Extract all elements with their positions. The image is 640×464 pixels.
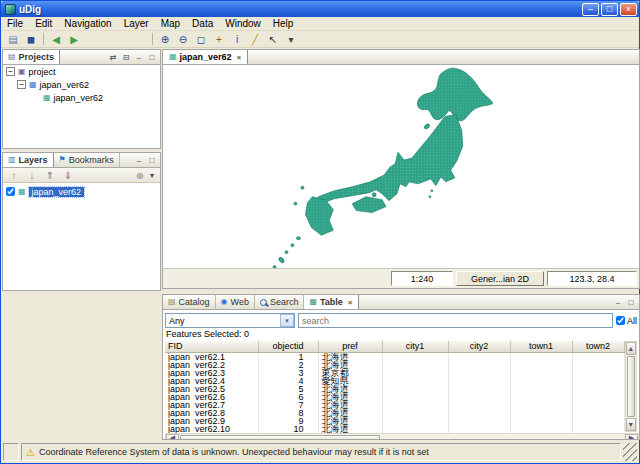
tab-table[interactable]: ▦ Table ×: [304, 295, 358, 309]
tree-item-layer[interactable]: ▦ japan_ver62: [3, 91, 160, 104]
menu-edit[interactable]: Edit: [29, 17, 58, 31]
table-row[interactable]: japan_ver62.33東京都: [165, 369, 624, 377]
projects-tab-label: Projects: [19, 52, 55, 62]
table-cell: [510, 393, 572, 401]
new-map-icon[interactable]: ▤: [4, 32, 22, 47]
features-selected-label: Features Selected: 0: [165, 329, 637, 340]
forward-icon[interactable]: ▶: [65, 32, 83, 47]
editor-tab-close-icon[interactable]: ×: [237, 53, 242, 62]
tree-item-label: japan_ver62: [40, 80, 90, 90]
info-tool-icon[interactable]: i: [228, 32, 246, 47]
zoom-in-icon[interactable]: ⊕: [156, 32, 174, 47]
select-tool-icon[interactable]: ↖: [264, 32, 282, 47]
layer-list-item[interactable]: ▦ japan_ver62: [3, 185, 160, 198]
move-layer-down-icon[interactable]: ↓: [23, 168, 41, 183]
maximize-view-icon[interactable]: □: [625, 297, 637, 308]
menu-window[interactable]: Window: [219, 17, 267, 31]
maximize-view-icon[interactable]: □: [146, 52, 158, 63]
table-row[interactable]: japan_ver62.88北海道: [165, 409, 624, 417]
nansei-island: [285, 251, 288, 254]
minimize-button[interactable]: –: [582, 3, 599, 16]
tab-web[interactable]: ◉ Web: [216, 295, 255, 309]
layer-front-icon[interactable]: ⇑: [41, 168, 59, 183]
minimize-view-icon[interactable]: –: [612, 297, 624, 308]
close-button[interactable]: ×: [620, 3, 637, 16]
back-icon[interactable]: ◀: [47, 32, 65, 47]
menu-map[interactable]: Map: [155, 17, 186, 31]
expander-icon[interactable]: −: [17, 80, 26, 89]
bookmarks-icon: ⚑: [59, 156, 66, 164]
tool-dropdown-icon[interactable]: ▾: [282, 32, 300, 47]
layer-back-icon[interactable]: ⇓: [59, 168, 77, 183]
minimize-view-icon[interactable]: –: [133, 155, 145, 166]
nansei-island: [296, 237, 300, 240]
scroll-up-icon[interactable]: ▲: [626, 342, 637, 355]
menu-file[interactable]: File: [1, 17, 29, 31]
table-row[interactable]: japan_ver62.55北海道: [165, 385, 624, 393]
scale-box[interactable]: 1:240: [391, 271, 453, 286]
scrollbar-thumb[interactable]: [180, 435, 380, 440]
column-header-city2[interactable]: city2: [448, 341, 510, 352]
tree-item-project[interactable]: − ▣ project: [3, 65, 160, 78]
tree-item-map[interactable]: − ▦ japan_ver62: [3, 78, 160, 91]
editor-tab-japan-ver62[interactable]: ▦ japan_ver62 ×: [163, 50, 248, 64]
title-bar[interactable]: uDig – □ ×: [1, 1, 639, 17]
map-canvas[interactable]: [163, 65, 639, 268]
scroll-right-icon[interactable]: ▶: [625, 434, 638, 440]
table-row[interactable]: japan_ver62.99北海道: [165, 417, 624, 425]
table-cell: japan_ver62.10: [165, 425, 258, 433]
menu-help[interactable]: Help: [267, 17, 300, 31]
tab-search[interactable]: Search: [255, 295, 305, 309]
table-row[interactable]: japan_ver62.22北海道: [165, 361, 624, 369]
table-row[interactable]: japan_ver62.44愛知県: [165, 377, 624, 385]
vertical-scrollbar[interactable]: ▲ ▼: [625, 341, 638, 432]
layer-visibility-checkbox[interactable]: [6, 187, 15, 196]
maximize-button[interactable]: □: [601, 3, 618, 16]
scroll-down-icon[interactable]: ▼: [626, 418, 637, 431]
table-tab-close-icon[interactable]: ×: [348, 298, 353, 307]
table-row[interactable]: japan_ver62.66北海道: [165, 393, 624, 401]
scroll-left-icon[interactable]: ◀: [166, 434, 179, 440]
column-header-pref[interactable]: pref: [318, 341, 382, 352]
column-header-objectid[interactable]: objectid: [258, 341, 318, 352]
column-header-town1[interactable]: town1: [510, 341, 572, 352]
search-input[interactable]: [298, 313, 613, 328]
zoom-extent-icon[interactable]: ◻: [192, 32, 210, 47]
tab-layers[interactable]: ▥ Layers: [3, 153, 54, 167]
collapse-all-icon[interactable]: ⊟: [120, 52, 132, 63]
honshu-shape: [316, 115, 462, 204]
crs-button[interactable]: Gener...ian 2D: [456, 271, 544, 286]
measure-tool-icon[interactable]: ╱: [246, 32, 264, 47]
all-checkbox[interactable]: [616, 316, 625, 325]
menu-data[interactable]: Data: [186, 17, 219, 31]
tab-projects[interactable]: ▤ Projects: [3, 50, 60, 64]
pan-tool-icon[interactable]: +: [210, 32, 228, 47]
horizontal-scrollbar[interactable]: ◀ ▶: [165, 433, 639, 440]
scrollbar-thumb[interactable]: [627, 356, 636, 417]
chevron-down-icon[interactable]: ▼: [280, 314, 294, 327]
minimize-view-icon[interactable]: –: [133, 52, 145, 63]
table-view-content: Any ▼ All Features Selected: 0 FIDobject…: [163, 310, 639, 439]
save-icon[interactable]: ◼: [22, 32, 40, 47]
attribute-dropdown[interactable]: Any ▼: [165, 313, 295, 328]
zoom-to-layer-icon[interactable]: ◎: [134, 170, 146, 181]
table-row[interactable]: japan_ver62.1010北海道: [165, 425, 624, 433]
move-layer-up-icon[interactable]: ↑: [5, 168, 23, 183]
menu-navigation[interactable]: Navigation: [58, 17, 117, 31]
table-cell: [572, 369, 624, 377]
column-header-FID[interactable]: FID: [165, 341, 258, 352]
view-menu-icon[interactable]: ▾: [146, 170, 158, 181]
column-header-city1[interactable]: city1: [382, 341, 448, 352]
table-row[interactable]: japan_ver62.11北海道: [165, 352, 624, 361]
column-header-town2[interactable]: town2: [572, 341, 624, 352]
table-row[interactable]: japan_ver62.77北海道: [165, 401, 624, 409]
projects-tree: − ▣ project − ▦ japan_ver62 ▦ japan_ver6…: [3, 65, 160, 148]
maximize-view-icon[interactable]: □: [146, 155, 158, 166]
expander-icon[interactable]: −: [6, 67, 15, 76]
link-editor-icon[interactable]: ⇄: [107, 52, 119, 63]
resize-grip[interactable]: [623, 443, 637, 461]
menu-layer[interactable]: Layer: [118, 17, 155, 31]
tab-bookmarks[interactable]: ⚑ Bookmarks: [54, 153, 120, 167]
tab-catalog[interactable]: ▤ Catalog: [163, 295, 216, 309]
zoom-out-icon[interactable]: ⊖: [174, 32, 192, 47]
